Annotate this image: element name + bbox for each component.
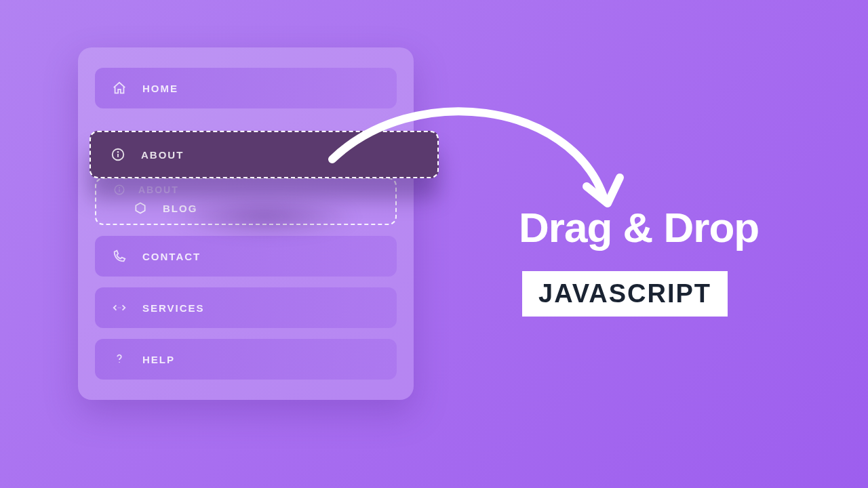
phone-icon — [111, 248, 127, 264]
list-item-label: HELP — [142, 354, 175, 365]
sublabel-text: JAVASCRIPT — [522, 271, 728, 317]
svg-point-5 — [120, 307, 121, 308]
svg-point-9 — [118, 152, 119, 152]
home-icon — [111, 80, 127, 96]
svg-point-3 — [118, 307, 119, 308]
list-item-help[interactable]: HELP — [95, 339, 397, 380]
list-item-label: SERVICES — [142, 302, 205, 314]
info-icon — [113, 183, 126, 197]
svg-point-2 — [119, 188, 120, 188]
arrow-icon — [319, 95, 631, 237]
ghost-item-about: ABOUT — [113, 183, 179, 197]
code-icon — [111, 300, 127, 316]
svg-point-4 — [119, 307, 119, 308]
svg-point-6 — [119, 362, 119, 363]
list-item-label: CONTACT — [142, 251, 201, 262]
list-item-label: HOME — [142, 83, 178, 94]
info-icon — [110, 146, 126, 163]
list-item-services[interactable]: SERVICES — [95, 287, 397, 328]
list-item-contact[interactable]: CONTACT — [95, 236, 397, 277]
ghost-label: ABOUT — [138, 184, 179, 195]
dragged-item-label: ABOUT — [141, 149, 184, 161]
hexagon-icon — [133, 201, 148, 216]
question-icon — [111, 351, 127, 367]
